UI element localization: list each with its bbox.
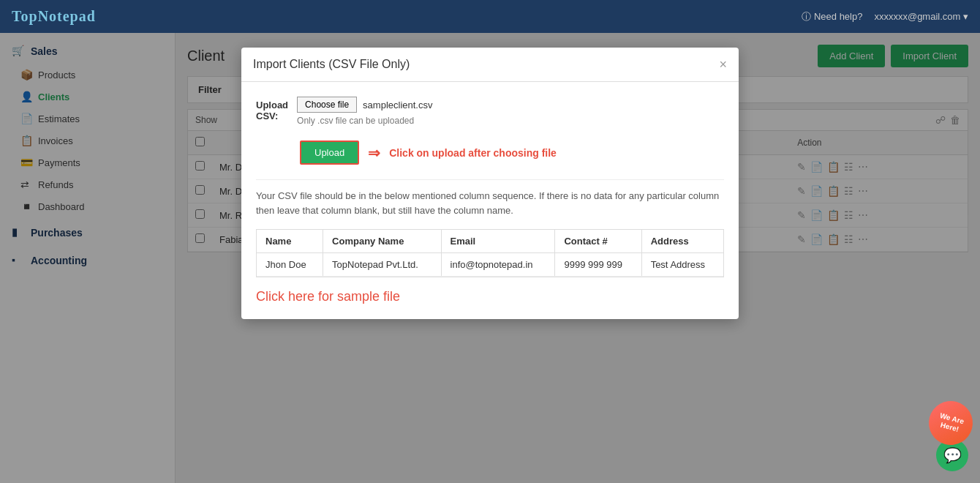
csv-table-container: NameCompany NameEmailContact #Address Jh… bbox=[256, 229, 724, 277]
user-email: xxxxxxx@gmail.com bbox=[874, 11, 960, 22]
csv-col-header: Address bbox=[641, 230, 723, 253]
csv-col-header: Name bbox=[257, 230, 323, 253]
logo-notepad: Notepad bbox=[38, 8, 96, 24]
modal-close-button[interactable]: × bbox=[719, 58, 727, 71]
chat-widget: We Are Here! 💬 bbox=[936, 439, 968, 471]
csv-sample-cell: TopNotepad Pvt.Ltd. bbox=[323, 253, 441, 277]
modal-title: Import Clients (CSV File Only) bbox=[253, 58, 410, 71]
sample-file-link[interactable]: Click here for sample file bbox=[256, 289, 400, 304]
file-name-display: sampleclient.csv bbox=[363, 100, 432, 111]
upload-csv-label: UploadCSV: bbox=[256, 97, 288, 121]
arrow-icon: ⇒ bbox=[368, 144, 380, 162]
csv-col-header: Email bbox=[441, 230, 555, 253]
help-label: Need help? bbox=[814, 11, 863, 22]
upload-action-row: Upload ⇒ Click on upload after choosing … bbox=[256, 141, 724, 165]
upload-file-row: Choose file sampleclient.csv bbox=[297, 97, 432, 113]
modal-body: UploadCSV: Choose file sampleclient.csv … bbox=[241, 82, 739, 319]
app-logo: TopNotepad bbox=[12, 8, 96, 25]
help-link[interactable]: ⓘ Need help? bbox=[802, 10, 863, 23]
csv-format-table: NameCompany NameEmailContact #Address Jh… bbox=[257, 230, 723, 277]
upload-hint: Only .csv file can be uploaded bbox=[297, 116, 432, 126]
upload-row: UploadCSV: Choose file sampleclient.csv … bbox=[256, 97, 724, 126]
csv-sample-cell: Jhon Doe bbox=[257, 253, 323, 277]
upload-instruction: Click on upload after choosing file bbox=[389, 147, 557, 159]
upload-controls: Choose file sampleclient.csv Only .csv f… bbox=[297, 97, 432, 126]
user-menu[interactable]: xxxxxxx@gmail.com ▾ bbox=[874, 11, 968, 22]
divider bbox=[256, 179, 724, 180]
topbar-right: ⓘ Need help? xxxxxxx@gmail.com ▾ bbox=[802, 10, 968, 23]
topbar: TopNotepad ⓘ Need help? xxxxxxx@gmail.co… bbox=[0, 0, 980, 33]
dropdown-icon: ▾ bbox=[963, 11, 968, 22]
import-modal: Import Clients (CSV File Only) × UploadC… bbox=[241, 48, 739, 319]
upload-button[interactable]: Upload bbox=[300, 141, 359, 165]
chat-icon: 💬 bbox=[943, 446, 962, 464]
choose-file-button[interactable]: Choose file bbox=[297, 97, 357, 113]
modal-overlay[interactable]: Import Clients (CSV File Only) × UploadC… bbox=[0, 33, 980, 483]
help-icon: ⓘ bbox=[802, 10, 811, 23]
modal-header: Import Clients (CSV File Only) × bbox=[241, 48, 739, 82]
csv-sample-cell: 9999 999 999 bbox=[555, 253, 641, 277]
csv-col-header: Contact # bbox=[555, 230, 641, 253]
csv-description: Your CSV file should be in the below men… bbox=[256, 189, 724, 217]
csv-sample-cell: info@topnotepad.in bbox=[441, 253, 555, 277]
csv-sample-cell: Test Address bbox=[641, 253, 723, 277]
logo-top: Top bbox=[12, 8, 38, 24]
csv-col-header: Company Name bbox=[323, 230, 441, 253]
